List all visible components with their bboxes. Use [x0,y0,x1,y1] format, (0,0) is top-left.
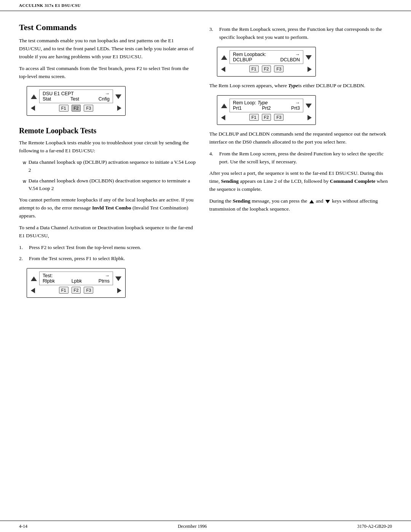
diagram4-screen: Rem Loop: Type → Prt1 Prt2 Prt3 [229,99,303,112]
diagram4-type-italic: Type [258,100,268,105]
section1-title: Test Commands [19,22,198,32]
diagram2-arrow: → [105,273,110,278]
bullet-list: w Data channel loopback up (DCLBUP) acti… [23,158,198,192]
diagram4-line1: Rem Loop: Type → [233,100,300,105]
diagram1-down-arrow [115,93,121,99]
diagram3-dclbup: DCLBUP [233,57,252,62]
section2-p2: You cannot perform remote loopbacks if a… [19,196,198,220]
diagram2-fn-inner: F1 F2 F3 [37,287,115,294]
diagram1-stat: Stat [43,96,51,102]
diagram2: Test: → Rlpbk Lpbk Ptrns F1 [27,268,126,298]
diagram2-f3: F3 [84,287,93,294]
section2-p1: The Remote Loopback tests enable you to … [19,139,198,155]
step3: 3. From the Rem Loopback screen, press t… [209,26,388,42]
diagram3-up-arrow [221,54,227,60]
diagram4: Rem Loop: Type → Prt1 Prt2 Prt3 [217,95,316,125]
step4-num: 4. [209,150,216,166]
diagram1-f2: F2 [72,105,81,112]
diagram3-line2: DCLBUP DCLBDN [233,57,300,62]
diagram4-fn-inner: F1 F2 F3 [228,114,305,121]
diagram2-fn-row: F1 F2 F3 [31,287,121,294]
diagram4-prt1: Prt1 [233,105,242,111]
bullet-sym-1: w [23,159,26,174]
diagram1-up-arrow [31,93,37,99]
diagram2-up-arrow [31,275,37,281]
footer-left: 4-14 [19,524,27,529]
diagram3-fn-row: F1 F2 F3 [221,66,312,72]
diagram4-f1: F1 [249,114,259,121]
diagram2-line1: Test: → [43,273,110,278]
diagram4-top-row: Rem Loop: Type → Prt1 Prt2 Prt3 [221,99,312,112]
diagram3-screen: Rem Loopback: → DCLBUP DCLBDN [229,50,303,64]
type-bold: Type [288,83,298,88]
right-p2: After you select a port, the sequence is… [209,169,388,193]
left-column: Test Commands The test commands enable y… [19,22,198,303]
diagram4-right-arrow [307,114,312,120]
diagram1-left-arrow [31,105,35,111]
diagram4-f2: F2 [262,114,271,121]
diagram3-top-row: Rem Loopback: → DCLBUP DCLBDN [221,50,312,64]
diagram2-ptrns: Ptrns [99,278,110,284]
diagram4-arrow: → [295,100,300,105]
diagram4-fn-row: F1 F2 F3 [221,114,312,121]
diagram1-right-arrow [117,105,121,111]
diagram3-f2: F2 [262,66,271,72]
step2-text: From the Test screen, press F1 to select… [29,255,125,263]
diagram1-screen: DSU E1 CEPT → Stat Test Cnfig [39,89,113,103]
page-footer: 4-14 December 1996 3170-A2-GB20-20 [0,521,411,532]
bullet-sym-2: w [23,178,26,193]
type-italic: Type [288,83,298,88]
section2-title: Remote Loopback Tests [19,126,198,135]
diagram4-down-arrow [306,102,312,108]
diagram2-f1: F1 [59,287,68,294]
main-content: Test Commands The test commands enable y… [0,11,411,326]
step3-text: From the Rem Loopback screen, press the … [219,26,388,42]
diagram1: DSU E1 CEPT → Stat Test Cnfig F [27,86,126,116]
right-step4-list: 4. From the Rem Loop screen, press the d… [209,150,388,166]
diagram3-line1: Rem Loopback: → [233,52,300,57]
step2: 2. From the Test screen, press F1 to sel… [19,255,198,263]
footer-right: 3170-A2-GB20-20 [357,524,392,529]
page-header: ACCULINK 317x E1 DSU/CSU [0,0,411,11]
bullet-text-2: Data channel loopback down (DCLBDN) deac… [29,177,198,193]
section1-p2: To access all Test commands from the Tes… [19,65,198,81]
diagram1-fn-inner: F1 F2 F3 [37,105,115,112]
diagram3-down-arrow [306,54,312,60]
diagram3-right-arrow [307,66,312,72]
diagram2-lpbk: Lpbk [72,278,82,284]
diagram4-f3: F3 [274,114,284,121]
diagram3-f1: F1 [249,66,259,72]
diagram2-right-arrow [117,287,121,293]
p-after-diag3: The Rem Loop screen appears, where Typei… [209,82,388,90]
diagram2-rlpbk: Rlpbk [43,278,55,284]
diagram2-line2: Rlpbk Lpbk Ptrns [43,278,110,284]
bullet-item-2: w Data channel loopback down (DCLBDN) de… [23,177,198,193]
diagram3-fn-inner: F1 F2 F3 [228,66,305,72]
diagram4-line1-text: Rem Loop: Type [233,100,268,105]
diagram1-top-row: DSU E1 CEPT → Stat Test Cnfig [31,89,121,103]
diagram1-fn-row: F1 F2 F3 [31,105,121,112]
diagram4-prt3: Prt3 [291,105,300,111]
right-p1: The DCLBUP and DCLBDN commands send the … [209,130,388,146]
diagram1-f3: F3 [84,105,93,112]
footer-center: December 1996 [178,524,207,529]
diagram1-line1-text: DSU E1 CEPT [43,91,74,96]
step2-num: 2. [19,255,26,263]
section2-p3: To send a Data Channel Activation or Dea… [19,224,198,240]
diagram3-line1-text: Rem Loopback: [233,52,266,57]
step3-num: 3. [209,26,216,42]
diagram2-left-arrow [31,287,35,293]
step1-num: 1. [19,244,26,252]
diagram4-up-arrow [221,102,227,108]
step4: 4. From the Rem Loop screen, press the d… [209,150,388,166]
right-steps: 3. From the Rem Loopback screen, press t… [209,26,388,42]
sending-bold-1: Sending [221,178,239,184]
diagram3-left-arrow [221,66,225,72]
diagram4-left-arrow [221,114,225,120]
diagram1-arrow: → [105,91,110,96]
right-column: 3. From the Rem Loopback screen, press t… [209,22,388,303]
diagram2-top-row: Test: → Rlpbk Lpbk Ptrns [31,272,121,285]
numbered-list: 1. Press F2 to select Test from the top-… [19,244,198,263]
tri-up-inline [309,200,314,203]
header-title: ACCULINK 317x E1 DSU/CSU [19,3,81,8]
